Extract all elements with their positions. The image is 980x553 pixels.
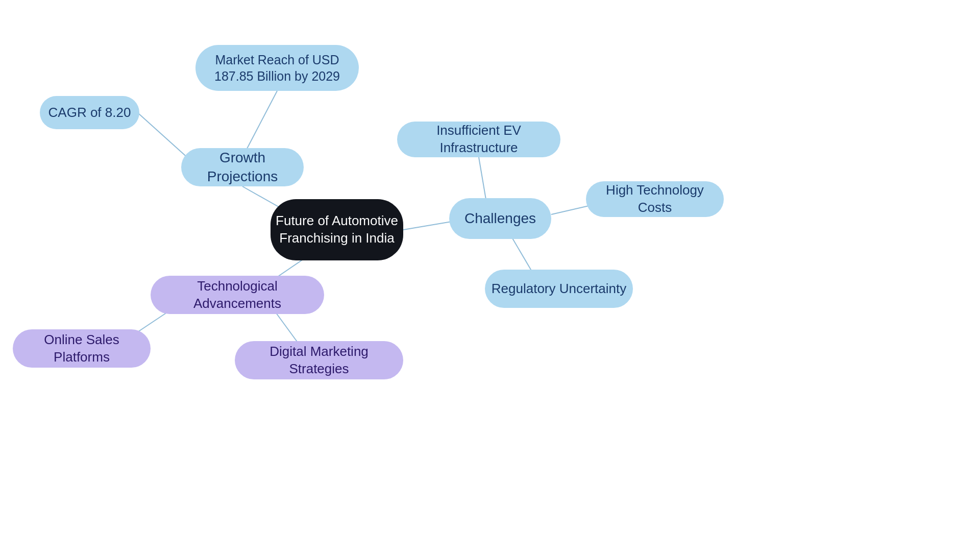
svg-line-1: [242, 91, 277, 157]
digital-marketing-node: Digital Marketing Strategies: [235, 341, 403, 379]
growth-projections-label: Growth Projections: [181, 149, 304, 186]
tech-advancements-label: Technological Advancements: [151, 278, 324, 312]
tech-advancements-node: Technological Advancements: [151, 276, 324, 314]
cagr-node: CAGR of 8.20: [40, 96, 139, 129]
challenges-label: Challenges: [459, 209, 541, 228]
market-reach-node: Market Reach of USD 187.85 Billion by 20…: [195, 45, 359, 91]
challenges-node: Challenges: [449, 198, 551, 239]
central-node: Future of Automotive Franchising in Indi…: [271, 199, 403, 260]
market-reach-label: Market Reach of USD 187.85 Billion by 20…: [195, 52, 359, 85]
central-node-label: Future of Automotive Franchising in Indi…: [271, 212, 403, 247]
ev-infrastructure-label: Insufficient EV Infrastructure: [397, 122, 560, 157]
regulatory-node: Regulatory Uncertainty: [485, 270, 633, 308]
digital-marketing-label: Digital Marketing Strategies: [235, 343, 403, 378]
ev-infrastructure-node: Insufficient EV Infrastructure: [397, 122, 560, 157]
online-sales-label: Online Sales Platforms: [13, 331, 151, 366]
online-sales-node: Online Sales Platforms: [13, 329, 151, 368]
tech-costs-label: High Technology Costs: [586, 182, 724, 217]
cagr-label: CAGR of 8.20: [43, 104, 136, 122]
growth-projections-node: Growth Projections: [181, 148, 304, 186]
regulatory-label: Regulatory Uncertainty: [486, 280, 631, 298]
tech-costs-node: High Technology Costs: [586, 181, 724, 217]
